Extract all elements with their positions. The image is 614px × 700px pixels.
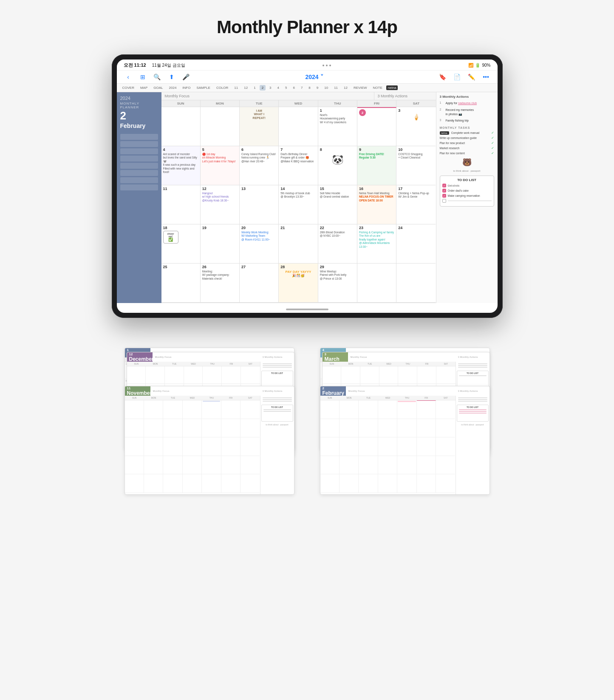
wifi-icon: 📶	[468, 63, 473, 68]
cal-cell-w2-wed: 7 Dad's Birthday DinnerPrepare gift & or…	[279, 146, 318, 185]
nav-8[interactable]: 8	[306, 85, 312, 91]
page-november: 11 November Monthly Focus 3 Monthly Acti…	[124, 386, 294, 495]
cal-cell-w3-fri: 16 Nelna Town Hall MeetingNELNA FOCUS-ON…	[357, 185, 396, 224]
cal-cell-w5-thu: 29 Wine Meetup:Paired with Pork belly@ P…	[318, 264, 357, 303]
cal-cell-w5-mon: 26 Meeting:W/ package company:Materials …	[201, 264, 240, 303]
todo-checkbox-1: ✓	[442, 184, 446, 187]
cal-cell-w5-tue: 27	[240, 264, 279, 303]
calendar-content: 2024 monthly planner 2 February	[117, 92, 498, 303]
nav-note[interactable]: NOTE	[371, 85, 385, 91]
toolbar-year[interactable]: 2024 ˅	[305, 74, 323, 80]
todo-item-3: ✓ Make camping reservation	[442, 194, 492, 198]
share-icon[interactable]: ⬆	[167, 72, 176, 82]
cal-cell-w2-fri: 9 Free Driving DATE!Regular 5:30	[357, 146, 396, 185]
cal-cell-w5-sat	[396, 264, 436, 303]
day-sun: SUN	[161, 100, 201, 107]
task-2: Write up communication guide ✓	[440, 136, 494, 140]
cal-cell-w1-sun	[161, 107, 201, 146]
todo-checkbox-2: ✓	[442, 189, 446, 193]
nav-goal[interactable]: GOAL	[151, 85, 165, 91]
pages-section: 1 January Monthly Focus 3 Monthly Action…	[0, 335, 614, 522]
chevron-down-icon: ˅	[320, 74, 323, 80]
todo-item-2: ✓ Order dad's cake	[442, 189, 492, 193]
cal-cell-w5-sun: 25	[161, 264, 201, 303]
edit-icon[interactable]: ✏️	[467, 72, 476, 82]
nav-4[interactable]: 4	[275, 85, 281, 91]
bookmark-icon[interactable]: 🔖	[438, 72, 447, 82]
nav-sample[interactable]: SAMPLE	[194, 85, 212, 91]
todo-title: TO DO LIST	[442, 178, 492, 182]
cal-cell-w1-sat: 3 🍦	[396, 107, 436, 146]
mic-icon[interactable]: 🎤	[181, 72, 191, 82]
nav-7[interactable]: 7	[299, 85, 305, 91]
cal-days-header: SUN MON TUE WED THU FRI SAT	[161, 100, 436, 107]
doc-icon[interactable]: 📄	[453, 72, 462, 82]
cal-cell-w3-tue: 13	[240, 185, 279, 224]
ipad-toolbar: ‹ ⊞ 🔍 ⬆ 🎤 2024 ˅ 🔖 📄 ✏️ •••	[117, 71, 498, 84]
nav-1[interactable]: 1	[252, 85, 257, 91]
task-5: Plan for new content ✓	[440, 151, 494, 155]
nav-5[interactable]: 5	[283, 85, 289, 91]
cal-cell-w4-mon: 19	[201, 224, 240, 264]
right-pages-stack: 4 April Monthly Focus 3 Monthly Actions …	[316, 343, 494, 505]
think-about: to think about · passport	[440, 170, 494, 172]
nav-3[interactable]: 3	[267, 85, 273, 91]
ipad-frame: 오전 11:12 11월 24일 금요일 📶 🔋 90% ‹	[112, 54, 503, 318]
grid-icon[interactable]: ⊞	[138, 72, 147, 82]
day-wed: WED	[279, 100, 318, 107]
cal-cell-w2-thu: 8 🐼	[318, 146, 357, 185]
status-icons: 📶 🔋 90%	[468, 63, 490, 68]
nav-color[interactable]: COLOR	[214, 85, 230, 91]
status-bar: 오전 11:12 11월 24일 금요일 📶 🔋 90%	[117, 60, 498, 71]
nav-11a[interactable]: 11	[232, 85, 240, 91]
task-3: Plan for new product ✓	[440, 141, 494, 145]
ipad-screen: 오전 11:12 11월 24일 금요일 📶 🔋 90% ‹	[117, 60, 498, 313]
day-thu: THU	[318, 100, 357, 107]
monthly-tasks-label: MONTHLY TASKS	[440, 126, 494, 129]
battery-percent: 90%	[482, 63, 490, 68]
status-date: 11월 24일 금요일	[152, 62, 185, 68]
todo-box: TO DO LIST ✓ Get shots ✓ Order dad's cak…	[440, 176, 494, 207]
nav-cover[interactable]: COVER	[120, 85, 136, 91]
todo-item-4	[442, 199, 492, 203]
cal-cell-w2-mon: 5 🔴 1st dayon Miracle MorningLet's just …	[201, 146, 240, 185]
task-4: Market research ✓	[440, 146, 494, 150]
battery-icon: 🔋	[475, 63, 480, 68]
nav-12b[interactable]: 12	[342, 85, 350, 91]
todo-checkbox-4	[442, 199, 446, 203]
todo-checkbox-3: ✓	[442, 194, 446, 198]
nav-info[interactable]: INFO	[180, 85, 192, 91]
nav-nelna[interactable]: nelna	[386, 85, 398, 90]
more-icon[interactable]: •••	[481, 72, 491, 82]
nav-11b[interactable]: 11	[332, 85, 340, 91]
cal-month-num: 2	[120, 110, 158, 121]
action-2: 2 Record my memoriesin photos 📷	[440, 108, 494, 116]
nav-12a[interactable]: 12	[242, 85, 250, 91]
search-icon[interactable]: 🔍	[153, 72, 162, 82]
cal-cell-w1-mon	[201, 107, 240, 146]
nav-2[interactable]: 2	[260, 85, 266, 91]
nav-review[interactable]: REVIEW	[351, 85, 369, 91]
nav-6[interactable]: 6	[291, 85, 297, 91]
nav-2024[interactable]: 2024	[167, 85, 179, 91]
back-icon[interactable]: ‹	[124, 72, 133, 82]
cal-cell-w4-sun: 18 cheerup! ✅	[161, 224, 201, 264]
nav-9[interactable]: 9	[314, 85, 320, 91]
cal-cell-w1-wed	[279, 107, 318, 146]
cal-cell-w3-sat: 17 Climbing + Nelna Pop-upW/ Jim & Genie	[396, 185, 436, 224]
cal-cell-w5-fri	[357, 264, 396, 303]
day-fri: FRI	[357, 100, 396, 107]
nav-map[interactable]: MAP	[138, 85, 150, 91]
page-february: 2 February Monthly Focus 3 Monthly Actio…	[320, 386, 490, 495]
task-1: nelna. Complete work manual ✓	[440, 131, 494, 135]
page-title: Monthly Planner x 14p	[0, 17, 614, 37]
cal-cell-w1-fri: 2	[357, 107, 396, 146]
cal-month-label: monthly planner	[120, 102, 158, 109]
cal-cell-w4-fri: 23 Fishing & Camping w/ familyThe five o…	[357, 224, 396, 264]
ipad-section: 오전 11:12 11월 24일 금요일 📶 🔋 90% ‹	[0, 50, 614, 335]
cal-month-name: February	[120, 123, 158, 129]
cal-right-panel: 3 Monthly Actions 1 Apply for nadauma cl…	[436, 92, 498, 303]
status-time: 오전 11:12	[124, 62, 146, 68]
monthly-actions-label: 3 Monthly Actions	[374, 92, 436, 100]
nav-10[interactable]: 10	[322, 85, 330, 91]
